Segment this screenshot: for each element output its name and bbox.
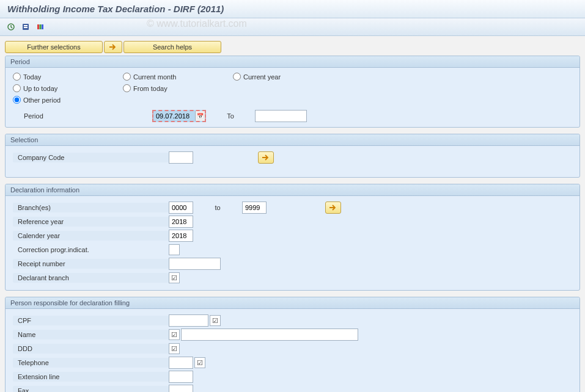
- label-other-period[interactable]: Other period: [23, 96, 61, 104]
- content-area: Further selections Search helps Period T…: [0, 36, 585, 392]
- period-to-input[interactable]: [255, 110, 307, 122]
- period-group: Period Today Current month Current year …: [5, 56, 580, 128]
- ref-year-input[interactable]: [169, 216, 193, 228]
- svg-rect-2: [24, 25, 28, 26]
- selection-header: Selection: [6, 134, 579, 146]
- arrow-right-button[interactable]: [104, 41, 122, 53]
- declarant-checkbox[interactable]: ☑: [169, 272, 180, 283]
- cal-year-label: Calender year: [13, 231, 169, 241]
- cal-year-input[interactable]: [169, 230, 193, 242]
- declaration-header: Declaration information: [6, 184, 579, 196]
- receipt-label: Receipt number: [13, 259, 169, 269]
- telephone-label: Telephone: [13, 358, 169, 368]
- name-input[interactable]: [181, 328, 358, 341]
- ddd-checkbox[interactable]: ☑: [169, 343, 180, 354]
- declaration-group: Declaration information Branch(es) to Re…: [5, 184, 580, 291]
- period-from-input[interactable]: [153, 111, 195, 121]
- radio-from-today[interactable]: [123, 84, 131, 92]
- svg-rect-5: [40, 24, 42, 29]
- company-code-label: Company Code: [13, 153, 169, 162]
- branches-label: Branch(es): [13, 203, 169, 212]
- selection-group: Selection Company Code: [5, 134, 580, 178]
- period-to-label: To: [206, 112, 255, 120]
- radio-up-to-today[interactable]: [13, 84, 21, 92]
- company-code-input[interactable]: [169, 151, 193, 164]
- label-today[interactable]: Today: [23, 73, 41, 81]
- name-checkbox[interactable]: ☑: [169, 329, 180, 340]
- ddd-label: DDD: [13, 344, 169, 354]
- radio-current-year[interactable]: [233, 73, 241, 81]
- label-from-today[interactable]: From today: [133, 85, 167, 92]
- title-bar: Withholding Income Tax Declaration - DIR…: [0, 0, 585, 18]
- label-current-year[interactable]: Current year: [243, 73, 281, 81]
- declarant-label: Declarant branch: [13, 273, 169, 283]
- branches-multi-button[interactable]: [325, 201, 341, 214]
- label-up-to-today[interactable]: Up to today: [23, 85, 57, 92]
- fax-input[interactable]: [169, 385, 193, 392]
- telephone-input[interactable]: [169, 357, 193, 369]
- correction-label: Correction progr.indicat.: [13, 245, 169, 255]
- responsible-header: Person responsible for declaration filli…: [6, 297, 579, 309]
- ext-label: Extension line: [13, 372, 169, 382]
- cpf-input[interactable]: [169, 314, 208, 327]
- ref-year-label: Reference year: [13, 217, 169, 227]
- period-from-wrap[interactable]: 📅: [152, 110, 206, 122]
- ext-input[interactable]: [169, 371, 193, 383]
- svg-rect-6: [42, 24, 43, 29]
- cpf-checkbox[interactable]: ☑: [210, 315, 221, 326]
- period-header: Period: [6, 56, 579, 68]
- receipt-input[interactable]: [169, 258, 221, 270]
- name-label: Name: [13, 330, 169, 339]
- radio-current-month[interactable]: [123, 73, 131, 81]
- execute-icon[interactable]: [5, 21, 17, 33]
- svg-rect-3: [24, 27, 28, 28]
- telephone-checkbox[interactable]: ☑: [194, 357, 205, 368]
- variant-icon[interactable]: [20, 21, 32, 33]
- responsible-group: Person responsible for declaration filli…: [5, 297, 580, 392]
- radio-other-period[interactable]: [13, 96, 21, 104]
- branches-to-label: to: [193, 204, 242, 211]
- period-label: Period: [24, 112, 152, 120]
- branches-from-input[interactable]: [169, 201, 193, 214]
- toolbar: [0, 18, 585, 36]
- fax-label: Fax: [13, 386, 169, 392]
- cpf-label: CPF: [13, 316, 169, 325]
- action-buttons: Further selections Search helps: [5, 41, 580, 53]
- calendar-icon[interactable]: 📅: [195, 111, 205, 121]
- search-helps-button[interactable]: Search helps: [123, 41, 221, 53]
- page-title: Withholding Income Tax Declaration - DIR…: [7, 4, 578, 14]
- company-code-multi-button[interactable]: [258, 151, 274, 164]
- correction-checkbox[interactable]: [169, 244, 180, 255]
- further-selections-button[interactable]: Further selections: [5, 41, 103, 53]
- svg-rect-4: [37, 24, 39, 29]
- radio-today[interactable]: [13, 73, 21, 81]
- label-current-month[interactable]: Current month: [133, 73, 176, 81]
- settings-icon[interactable]: [34, 21, 46, 33]
- branches-to-input[interactable]: [242, 201, 267, 214]
